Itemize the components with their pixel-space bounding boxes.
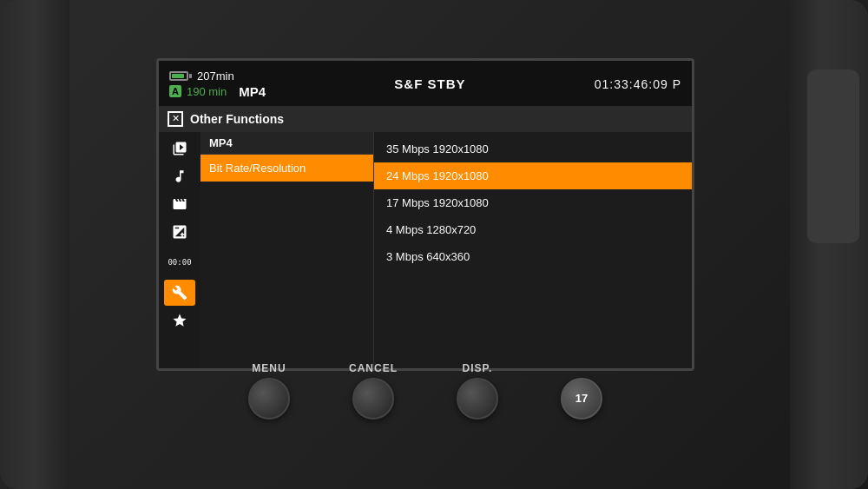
menu-control-group: MENU bbox=[217, 362, 321, 420]
sidebar-icon-exposure[interactable] bbox=[164, 219, 195, 245]
lcd-screen: 207min A 190 min MP4 S&F STBY 01:33:46:0… bbox=[156, 58, 694, 371]
sidebar-icon-time[interactable]: 00:00 bbox=[164, 247, 195, 278]
screen-container: 207min A 190 min MP4 S&F STBY 01:33:46:0… bbox=[139, 58, 729, 432]
battery-tip bbox=[189, 74, 192, 78]
battery-icon bbox=[169, 71, 192, 81]
cancel-button-label: CANCEL bbox=[349, 362, 398, 374]
battery-row: 207min bbox=[169, 69, 266, 83]
format-label: MP4 bbox=[239, 84, 266, 99]
option-35mbps[interactable]: 35 Mbps 1920x1080 bbox=[374, 135, 692, 162]
dial-17-group: 17 bbox=[529, 362, 634, 420]
bottom-controls: MENU CANCEL DISP. 17 bbox=[156, 362, 694, 423]
recording-mode: S&F STBY bbox=[394, 76, 465, 91]
sd-label: A bbox=[169, 85, 181, 97]
menu-content: 00:00 bbox=[159, 132, 692, 368]
sidebar-icons: 00:00 bbox=[159, 132, 201, 368]
menu-list: MP4 Bit Rate/Resolution bbox=[201, 132, 374, 368]
disp-button-label: DISP. bbox=[463, 362, 493, 374]
sidebar-icon-favorites[interactable] bbox=[164, 307, 195, 334]
cancel-control-group: CANCEL bbox=[321, 362, 425, 420]
timecode-display: 01:33:46:09 P bbox=[595, 77, 681, 91]
sidebar-icon-settings[interactable] bbox=[164, 280, 195, 306]
sidebar-icon-scene[interactable] bbox=[164, 191, 195, 217]
time-label: 00:00 bbox=[168, 258, 191, 267]
menu-area: ✕ Other Functions bbox=[159, 106, 692, 368]
camera-left-body bbox=[0, 0, 69, 489]
sidebar-icon-movie[interactable] bbox=[164, 135, 195, 162]
status-bar: 207min A 190 min MP4 S&F STBY 01:33:46:0… bbox=[159, 61, 692, 106]
sidebar-icon-audio[interactable] bbox=[164, 163, 195, 189]
option-17mbps[interactable]: 17 Mbps 1920x1080 bbox=[374, 189, 692, 216]
menu-header-title: Other Functions bbox=[190, 112, 284, 126]
disp-dial[interactable] bbox=[457, 378, 498, 420]
camera-grip bbox=[790, 0, 868, 489]
sd-row: A 190 min MP4 bbox=[169, 84, 266, 99]
camera-grip-detail bbox=[807, 69, 859, 243]
menu-subheader: MP4 bbox=[201, 132, 373, 155]
battery-body bbox=[169, 71, 188, 81]
menu-button-label: MENU bbox=[252, 362, 286, 374]
music-icon bbox=[172, 169, 187, 184]
menu-item-bitrate[interactable]: Bit Rate/Resolution bbox=[201, 155, 373, 182]
cancel-dial[interactable] bbox=[352, 378, 394, 420]
menu-dial[interactable] bbox=[248, 378, 290, 420]
option-4mbps[interactable]: 4 Mbps 1280x720 bbox=[374, 216, 692, 243]
star-icon bbox=[172, 313, 187, 328]
movie-icon bbox=[172, 141, 187, 156]
sd-time: 190 min bbox=[187, 85, 227, 98]
dial-17-label bbox=[580, 362, 583, 374]
film-icon bbox=[172, 196, 187, 212]
options-list: 35 Mbps 1920x1080 24 Mbps 1920x1080 17 M… bbox=[374, 132, 692, 368]
status-left: 207min A 190 min MP4 bbox=[169, 69, 266, 99]
exposure-icon bbox=[172, 224, 187, 240]
wrench-icon bbox=[172, 285, 187, 301]
battery-time: 207min bbox=[197, 69, 234, 83]
battery-fill bbox=[172, 74, 184, 78]
close-icon: ✕ bbox=[168, 111, 183, 127]
dial-17[interactable]: 17 bbox=[561, 378, 602, 420]
disp-control-group: DISP. bbox=[425, 362, 529, 420]
menu-header: ✕ Other Functions bbox=[159, 106, 692, 132]
option-24mbps[interactable]: 24 Mbps 1920x1080 bbox=[374, 162, 692, 189]
option-3mbps[interactable]: 3 Mbps 640x360 bbox=[374, 243, 692, 270]
camera-body: 207min A 190 min MP4 S&F STBY 01:33:46:0… bbox=[0, 0, 868, 489]
